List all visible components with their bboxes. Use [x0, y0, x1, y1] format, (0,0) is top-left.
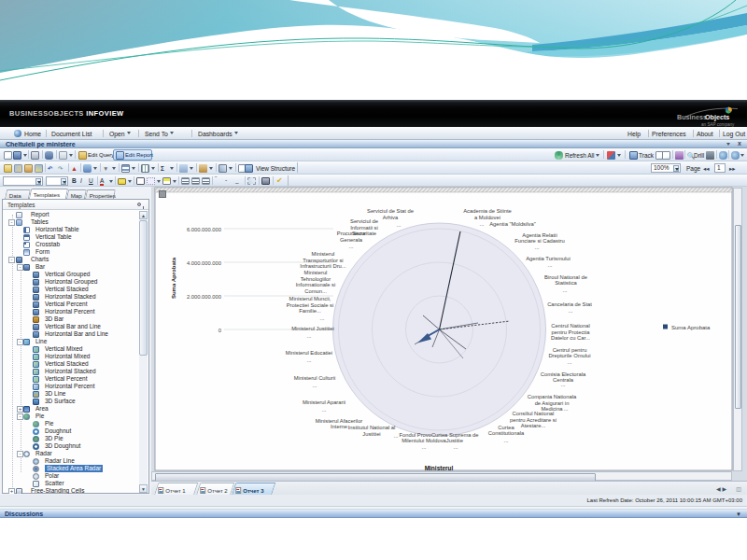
svg-text:Generala: Generala — [340, 237, 363, 243]
svg-text:Fondul ProvoCurtea Suprema de: Fondul ProvoCurtea Suprema de — [399, 432, 478, 438]
svg-text:Infrastructurii Dru...: Infrastructurii Dru... — [300, 263, 346, 269]
svg-text:Cancelaria de Stat: Cancelaria de Stat — [547, 301, 592, 307]
svg-text:...: ... — [560, 382, 565, 387]
svg-text:Funciare si Cadastru: Funciare si Cadastru — [514, 238, 564, 244]
svg-text:Constitutionala: Constitutionala — [488, 430, 525, 436]
svg-text:4.000.000.000: 4.000.000.000 — [187, 260, 221, 266]
svg-text:Ministerul Apararii: Ministerul Apararii — [303, 399, 345, 405]
svg-text:...: ... — [563, 406, 568, 412]
svg-text:a Moldovei: a Moldovei — [474, 215, 500, 220]
svg-text:Protectiei Sociale si: Protectiei Sociale si — [287, 302, 334, 308]
svg-text:Business: Business — [677, 113, 707, 121]
svg-text:...: ... — [319, 315, 324, 321]
svg-text:...: ... — [479, 221, 484, 227]
svg-text:...: ... — [348, 244, 353, 249]
svg-text:0: 0 — [218, 328, 221, 333]
svg-text:...: ... — [547, 262, 552, 268]
svg-text:...: ... — [503, 438, 508, 443]
svg-text:Procuratura: Procuratura — [337, 231, 366, 236]
svg-text:Comun...: Comun... — [304, 288, 327, 294]
svg-text:Suma Aprobata: Suma Aprobata — [171, 257, 176, 299]
svg-text:Interne: Interne — [331, 424, 347, 429]
svg-text:Informatii si: Informatii si — [350, 225, 378, 231]
svg-text:...: ... — [396, 222, 401, 228]
svg-text:Ministerul Culturii: Ministerul Culturii — [294, 375, 335, 381]
svg-text:Familie...: Familie... — [299, 308, 321, 314]
svg-text:Centrul National: Centrul National — [551, 323, 590, 329]
svg-text:Ministerul: Ministerul — [425, 465, 454, 471]
svg-text:Ministerul: Ministerul — [304, 270, 328, 275]
svg-text:Atestare...: Atestare... — [521, 423, 546, 428]
svg-text:Biroul National de: Biroul National de — [544, 274, 587, 280]
svg-text:Ministerul: Ministerul — [312, 251, 335, 257]
svg-text:...: ... — [393, 433, 398, 439]
svg-text:Compania Nationala: Compania Nationala — [528, 394, 577, 399]
svg-text:Drepturile Omului: Drepturile Omului — [548, 353, 590, 358]
svg-text:Curtea: Curtea — [498, 425, 514, 430]
svg-text:Serviciul de: Serviciul de — [350, 218, 378, 224]
svg-text:...: ... — [312, 383, 317, 388]
svg-text:Agentia "Moldsilva": Agentia "Moldsilva" — [489, 221, 536, 227]
svg-text:Centrul pentru: Centrul pentru — [553, 347, 587, 353]
svg-text:Comisia Electorala: Comisia Electorala — [541, 371, 586, 377]
svg-text:Statistica: Statistica — [555, 280, 577, 286]
svg-text:...: ... — [562, 287, 567, 293]
svg-text:Ministerul Afacerilor: Ministerul Afacerilor — [316, 418, 363, 424]
svg-text:Agentia Relatii: Agentia Relatii — [522, 232, 557, 238]
svg-text:Tehnologiilor: Tehnologiilor — [301, 276, 331, 282]
svg-text:pentru Protectia: pentru Protectia — [552, 329, 591, 335]
svg-text:de Asigurari in: de Asigurari in — [535, 400, 570, 406]
svg-text:Transporturilor si: Transporturilor si — [303, 258, 343, 263]
svg-text:Justitiei: Justitiei — [362, 431, 380, 437]
svg-text:Objects: Objects — [705, 113, 729, 121]
svg-text:6.000.000.000: 6.000.000.000 — [187, 227, 221, 232]
svg-text:Agentia Turismului: Agentia Turismului — [526, 256, 571, 261]
svg-text:Serviciul de Stat de: Serviciul de Stat de — [367, 208, 414, 214]
svg-text:Consiliul National: Consiliul National — [513, 411, 555, 416]
svg-text:Institutul National al: Institutul National al — [348, 425, 396, 430]
svg-text:...: ... — [567, 359, 571, 365]
svg-text:Ministerul Muncii,: Ministerul Muncii, — [289, 296, 331, 301]
svg-text:Informationale si: Informationale si — [296, 282, 336, 287]
svg-text:...: ... — [568, 308, 572, 314]
svg-text:...: ... — [453, 444, 458, 450]
svg-text:Suma Aprobata: Suma Aprobata — [671, 325, 711, 330]
svg-text:Datelor cu Car...: Datelor cu Car... — [551, 335, 590, 341]
svg-text:an SAP company: an SAP company — [701, 122, 735, 127]
svg-text:Ministerul Educatiei: Ministerul Educatiei — [286, 350, 332, 356]
svg-text:pentru Acreditare si: pentru Acreditare si — [510, 417, 557, 423]
svg-text:2.000.000.000: 2.000.000.000 — [187, 294, 221, 300]
svg-text:...: ... — [306, 357, 311, 363]
svg-text:...: ... — [421, 444, 426, 450]
svg-text:Ministerul Justitiei: Ministerul Justitiei — [291, 326, 334, 331]
svg-text:Academia de Stiinte: Academia de Stiinte — [463, 208, 512, 214]
svg-text:Arhiva: Arhiva — [383, 215, 399, 220]
svg-text:...: ... — [321, 407, 326, 413]
svg-text:...: ... — [306, 333, 311, 339]
svg-text:...: ... — [534, 245, 539, 250]
svg-text:Mileniului MoldovaJustitie: Mileniului MoldovaJustitie — [402, 438, 463, 443]
